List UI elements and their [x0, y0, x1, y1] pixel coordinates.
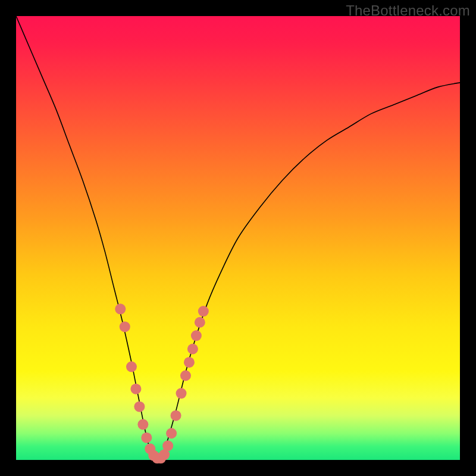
valley-marker	[120, 321, 130, 332]
plot-area	[16, 16, 460, 460]
watermark-text: TheBottleneck.com	[346, 2, 470, 19]
valley-marker	[126, 361, 137, 372]
valley-marker	[176, 388, 187, 399]
valley-marker	[137, 419, 148, 430]
valley-marker	[162, 440, 173, 451]
valley-marker	[184, 357, 195, 368]
valley-marker	[141, 433, 152, 443]
valley-marker	[198, 306, 209, 317]
valley-marker	[166, 428, 177, 439]
valley-markers	[115, 303, 209, 464]
curve-layer	[16, 16, 460, 460]
chart-frame: TheBottleneck.com	[0, 0, 476, 476]
valley-marker	[134, 401, 145, 412]
bottleneck-curve	[16, 16, 460, 460]
valley-marker	[180, 370, 191, 381]
valley-marker	[171, 410, 181, 421]
valley-marker	[130, 384, 141, 394]
valley-marker	[191, 330, 202, 341]
valley-marker	[115, 303, 126, 314]
valley-marker	[187, 344, 198, 355]
valley-marker	[195, 317, 205, 328]
